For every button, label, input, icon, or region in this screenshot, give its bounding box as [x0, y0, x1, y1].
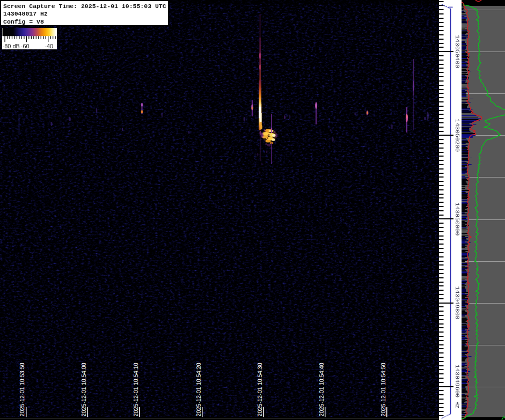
svg-text:143049600 Hz: 143049600 Hz [454, 365, 460, 409]
svg-text:Config = V8: Config = V8 [3, 18, 44, 25]
svg-text:143050000: 143050000 [454, 203, 460, 236]
svg-text:-60: -60 [21, 43, 30, 49]
svg-text:143048017 Hz: 143048017 Hz [3, 10, 48, 17]
svg-text:143049800: 143049800 [454, 286, 460, 320]
svg-text:2025-12-01 10:54:30: 2025-12-01 10:54:30 [257, 363, 263, 416]
svg-text:2025-12-01 10:53:50: 2025-12-01 10:53:50 [19, 363, 25, 416]
svg-text:2025-12-01 10:54:20: 2025-12-01 10:54:20 [195, 363, 202, 416]
svg-text:-40: -40 [45, 43, 53, 49]
svg-text:2025-12-01 10:54:10: 2025-12-01 10:54:10 [133, 363, 139, 416]
svg-text:2025-12-01 10:54:40: 2025-12-01 10:54:40 [318, 363, 325, 416]
svg-text:2025-12-01 10:54:00: 2025-12-01 10:54:00 [80, 363, 87, 416]
svg-text:143050200: 143050200 [454, 119, 460, 152]
svg-text:2025-12-01 10:54:50: 2025-12-01 10:54:50 [380, 363, 386, 416]
svg-text:143050400: 143050400 [454, 35, 460, 69]
svg-text:Screen Capture Time: 2025-12-0: Screen Capture Time: 2025-12-01 10:55:03… [3, 3, 166, 10]
svg-text:-80 dB: -80 dB [3, 43, 20, 49]
